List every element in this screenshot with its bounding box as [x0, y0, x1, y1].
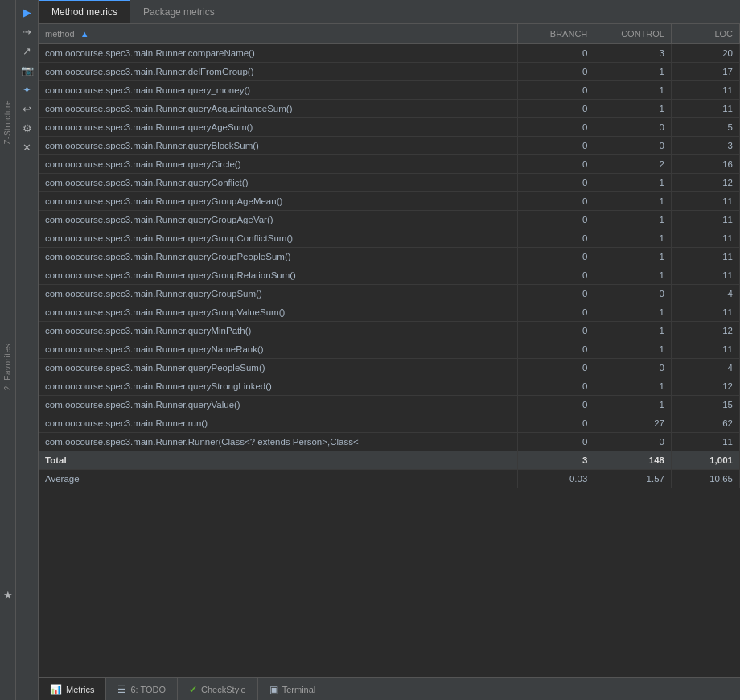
cell-branch: 0 [517, 359, 594, 377]
table-header-row: method ▲ BRANCH CONTROL LOC [39, 24, 740, 44]
table-row[interactable]: com.oocourse.spec3.main.Runner.queryName… [39, 340, 740, 359]
cell-loc: 17 [671, 63, 739, 81]
col-header-loc[interactable]: LOC [671, 24, 739, 44]
cell-method: com.oocourse.spec3.main.Runner.queryValu… [39, 396, 517, 414]
cell-method: com.oocourse.spec3.main.Runner.compareNa… [39, 44, 517, 63]
total-cell-label: Total [39, 451, 517, 470]
table-row[interactable]: com.oocourse.spec3.main.Runner.Runner(Cl… [39, 433, 740, 451]
col-header-branch[interactable]: BRANCH [517, 24, 594, 44]
star-icon[interactable]: ★ [0, 586, 17, 603]
cell-branch: 0 [517, 81, 594, 100]
table-row[interactable]: com.oocourse.spec3.main.Runner.queryValu… [39, 396, 740, 414]
cell-method: com.oocourse.spec3.main.Runner.Runner(Cl… [39, 433, 517, 451]
table-row[interactable]: com.oocourse.spec3.main.Runner.queryMinP… [39, 322, 740, 340]
table-row[interactable]: com.oocourse.spec3.main.Runner.delFromGr… [39, 63, 740, 81]
todo-icon: ☰ [117, 684, 126, 695]
table-row[interactable]: com.oocourse.spec3.main.Runner.queryPeop… [39, 359, 740, 377]
cell-branch: 0 [517, 414, 594, 433]
table-row[interactable]: com.oocourse.spec3.main.Runner.compareNa… [39, 44, 740, 63]
cell-control: 1 [594, 174, 672, 192]
cell-method: com.oocourse.spec3.main.Runner.queryCirc… [39, 155, 517, 174]
table-row[interactable]: com.oocourse.spec3.main.Runner.queryGrou… [39, 229, 740, 248]
cell-control: 1 [594, 192, 672, 211]
col-header-method[interactable]: method ▲ [39, 24, 517, 44]
col-header-control[interactable]: CONTROL [594, 24, 672, 44]
cell-branch: 0 [517, 248, 594, 266]
cell-control: 1 [594, 340, 672, 359]
z-structure-label[interactable]: Z-Structure [2, 97, 14, 148]
table-row[interactable]: com.oocourse.spec3.main.Runner.queryGrou… [39, 303, 740, 322]
table-row[interactable]: com.oocourse.spec3.main.Runner.queryAcqu… [39, 100, 740, 118]
bottom-tab-todo[interactable]: ☰ 6: TODO [106, 678, 178, 700]
step-icon[interactable]: ⇢ [18, 23, 36, 40]
cell-method: com.oocourse.spec3.main.Runner.queryConf… [39, 174, 517, 192]
checkstyle-icon: ✔ [189, 684, 197, 695]
table-row[interactable]: com.oocourse.spec3.main.Runner.queryGrou… [39, 248, 740, 266]
table-row[interactable]: com.oocourse.spec3.main.Runner.queryStro… [39, 377, 740, 396]
close-icon[interactable]: ✕ [18, 138, 36, 156]
table-row[interactable]: com.oocourse.spec3.main.Runner.queryGrou… [39, 285, 740, 303]
bottom-tab-checkstyle[interactable]: ✔ CheckStyle [178, 678, 258, 700]
bottom-tab-terminal[interactable]: ▣ Terminal [258, 678, 328, 700]
cell-branch: 0 [517, 322, 594, 340]
cell-loc: 3 [671, 137, 739, 155]
cell-branch: 0 [517, 63, 594, 81]
cell-loc: 12 [671, 322, 739, 340]
average-cell-control: 1.57 [594, 470, 672, 488]
table-row[interactable]: com.oocourse.spec3.main.Runner.queryCirc… [39, 155, 740, 174]
cell-branch: 0 [517, 44, 594, 63]
cell-control: 3 [594, 44, 672, 63]
cell-method: com.oocourse.spec3.main.Runner.queryGrou… [39, 248, 517, 266]
favorites-label[interactable]: 2: Favorites [2, 340, 14, 393]
table-row[interactable]: com.oocourse.spec3.main.Runner.query_mon… [39, 81, 740, 100]
cell-branch: 0 [517, 137, 594, 155]
metrics-icon: 📊 [50, 684, 62, 695]
cell-method: com.oocourse.spec3.main.Runner.queryGrou… [39, 211, 517, 229]
cell-control: 1 [594, 396, 672, 414]
cell-branch: 0 [517, 266, 594, 285]
cell-branch: 0 [517, 229, 594, 248]
cell-method: com.oocourse.spec3.main.Runner.queryBloc… [39, 137, 517, 155]
cell-branch: 0 [517, 433, 594, 451]
table-row[interactable]: com.oocourse.spec3.main.Runner.queryGrou… [39, 211, 740, 229]
cell-loc: 11 [671, 100, 739, 118]
cell-branch: 0 [517, 100, 594, 118]
cell-loc: 11 [671, 433, 739, 451]
cell-loc: 16 [671, 155, 739, 174]
cell-branch: 0 [517, 174, 594, 192]
bottom-tab-metrics[interactable]: 📊 Metrics [39, 678, 106, 700]
table-row[interactable]: com.oocourse.spec3.main.Runner.queryGrou… [39, 266, 740, 285]
cell-method: com.oocourse.spec3.main.Runner.queryAcqu… [39, 100, 517, 118]
run-icon[interactable]: ▶ [18, 3, 36, 21]
table-row[interactable]: com.oocourse.spec3.main.Runner.queryGrou… [39, 192, 740, 211]
cell-method: com.oocourse.spec3.main.Runner.queryGrou… [39, 303, 517, 322]
cell-loc: 12 [671, 377, 739, 396]
tab-method-metrics[interactable]: Method metrics [39, 0, 130, 23]
cell-method: com.oocourse.spec3.main.Runner.query_mon… [39, 81, 517, 100]
table-row[interactable]: com.oocourse.spec3.main.Runner.run()0276… [39, 414, 740, 433]
cell-loc: 4 [671, 285, 739, 303]
tab-package-metrics[interactable]: Package metrics [130, 0, 228, 23]
camera-icon[interactable]: 📷 [18, 61, 36, 79]
cell-branch: 0 [517, 303, 594, 322]
undo-icon[interactable]: ↩ [18, 100, 36, 117]
cell-control: 27 [594, 414, 672, 433]
tabs-bar: Method metrics Package metrics [39, 0, 740, 24]
table-row[interactable]: com.oocourse.spec3.main.Runner.queryBloc… [39, 137, 740, 155]
settings-icon[interactable]: ⚙ [18, 119, 36, 137]
cell-control: 0 [594, 433, 672, 451]
cell-method: com.oocourse.spec3.main.Runner.queryPeop… [39, 359, 517, 377]
cell-loc: 4 [671, 359, 739, 377]
cell-branch: 0 [517, 285, 594, 303]
table-row[interactable]: com.oocourse.spec3.main.Runner.queryAgeS… [39, 118, 740, 137]
export-icon[interactable]: ↗ [18, 42, 36, 60]
metrics-table-container[interactable]: method ▲ BRANCH CONTROL LOC com.oocourse… [39, 24, 740, 677]
cell-loc: 12 [671, 174, 739, 192]
cell-control: 1 [594, 81, 672, 100]
far-left-panel: Z-Structure 2: Favorites ★ [0, 0, 16, 700]
magic-icon[interactable]: ✦ [18, 80, 36, 98]
left-toolbar: ▶ ⇢ ↗ 📷 ✦ ↩ ⚙ ✕ [16, 0, 39, 700]
cell-method: com.oocourse.spec3.main.Runner.delFromGr… [39, 63, 517, 81]
table-row[interactable]: com.oocourse.spec3.main.Runner.queryConf… [39, 174, 740, 192]
cell-loc: 11 [671, 81, 739, 100]
